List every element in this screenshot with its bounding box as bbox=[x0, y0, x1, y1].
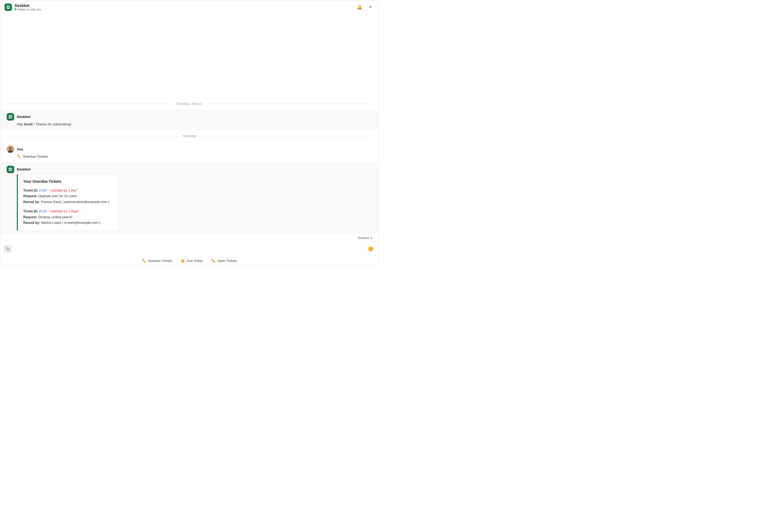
due-today-label: Due Today bbox=[187, 259, 202, 263]
actions-bar: Actions ∨ bbox=[0, 234, 378, 242]
deskbot-sender-line-2: Deskbot bbox=[7, 166, 372, 173]
message-row-deskbot-1: Deskbot Hey Scott ! Thanks for subscribi… bbox=[0, 110, 378, 130]
svg-rect-5 bbox=[11, 116, 12, 118]
deskbot-sender-name-2: Deskbot bbox=[17, 167, 30, 171]
date-text-2: Yesterday bbox=[182, 134, 197, 138]
sender-line: Deskbot bbox=[7, 113, 372, 121]
date-text-1: Thursday, June 13 bbox=[176, 102, 202, 106]
user-sender-line: You bbox=[7, 145, 372, 153]
svg-rect-4 bbox=[9, 116, 10, 118]
quick-action-due-today[interactable]: 🔥 Due Today bbox=[180, 259, 202, 263]
chat-area: Thursday, June 13 Deskbot Hey Scott ! Th… bbox=[0, 14, 378, 234]
date-separator-2: Yesterday bbox=[0, 130, 378, 142]
attach-button[interactable]: 📎 bbox=[4, 245, 12, 253]
ticket-id-line-2: Ticket ID: #120 - "overdue by 2 days" bbox=[23, 209, 113, 214]
svg-rect-0 bbox=[7, 6, 10, 9]
chat-header: Deskbot Happy to help you 🔔 ✕ bbox=[0, 0, 378, 14]
message-row-deskbot-2: Deskbot Your Overdue Tickets Ticket ID: … bbox=[0, 163, 378, 234]
message-input[interactable] bbox=[12, 245, 367, 252]
svg-rect-9 bbox=[9, 168, 12, 171]
overdue-text-2: - "overdue by 2 days" bbox=[46, 209, 79, 213]
quick-action-open-tickets[interactable]: ✏️ Open Tickets bbox=[211, 259, 237, 263]
raised-label-1: Raised by: bbox=[23, 200, 41, 204]
user-message-content: ✏️ Overdue Tickets bbox=[17, 154, 372, 159]
raised-line-1: Raised by: Patricia Davis ( patricia.dav… bbox=[23, 199, 113, 205]
message-text-1: Hey Scott ! Thanks for subscribing! bbox=[17, 122, 372, 127]
deskbot-card-content: Your Overdue Tickets Ticket ID: #130 - "… bbox=[17, 174, 372, 231]
open-tickets-label: Open Tickets bbox=[217, 259, 237, 263]
request-text-2: : Desktop unified search bbox=[36, 215, 72, 219]
overdue-text-1: - "overdue by 1 day" bbox=[46, 189, 77, 192]
notification-icon: 🔔 bbox=[357, 5, 362, 10]
close-button[interactable]: ✕ bbox=[367, 4, 374, 11]
request-text-1: : Upgrade plan for 10 users bbox=[36, 194, 76, 198]
command-text: Overdue Tickets bbox=[23, 154, 48, 159]
user-avatar bbox=[7, 145, 14, 153]
separator-line-left-2 bbox=[7, 136, 179, 136]
svg-rect-1 bbox=[7, 7, 8, 8]
ticket-id-label-1: Ticket ID: bbox=[23, 189, 39, 192]
paperclip-icon: 📎 bbox=[5, 246, 11, 251]
emoji-button[interactable]: 🙂 bbox=[367, 245, 375, 253]
ticket-id-link-1[interactable]: #130 bbox=[39, 189, 47, 192]
header-info: Deskbot Happy to help you bbox=[15, 4, 41, 11]
status-text: Happy to help you bbox=[17, 8, 41, 11]
deskbot-sender-name-1: Deskbot bbox=[17, 115, 30, 119]
close-icon: ✕ bbox=[369, 5, 372, 10]
empty-space bbox=[0, 14, 378, 98]
svg-rect-10 bbox=[9, 169, 10, 170]
svg-rect-2 bbox=[9, 6, 9, 8]
quick-action-overdue-tickets[interactable]: ✏️ Overdue Tickets bbox=[142, 259, 172, 263]
separator-line-right-2 bbox=[199, 136, 372, 136]
user-sender-name: You bbox=[17, 147, 23, 151]
svg-rect-3 bbox=[9, 115, 12, 118]
message-row-user: You ✏️ Overdue Tickets bbox=[0, 142, 378, 163]
raised-line-2: Raised by: Martha Lewis ( m.lewis@exampl… bbox=[23, 221, 113, 225]
overdue-card: Your Overdue Tickets Ticket ID: #130 - "… bbox=[17, 174, 118, 231]
bot-name: Deskbot bbox=[15, 4, 41, 8]
status-dot-icon bbox=[15, 8, 16, 10]
deskbot-avatar-1 bbox=[7, 113, 14, 121]
header-left: Deskbot Happy to help you bbox=[5, 4, 41, 11]
ticket-command: ✏️ Overdue Tickets bbox=[17, 154, 372, 159]
open-tickets-icon: ✏️ bbox=[211, 259, 216, 263]
request-line-1: Request: Upgrade plan for 10 users bbox=[23, 194, 113, 199]
header-actions: 🔔 ✕ bbox=[356, 4, 374, 11]
deskbot-logo-icon bbox=[5, 4, 12, 11]
chevron-down-icon: ∨ bbox=[370, 236, 373, 240]
separator-line-right bbox=[205, 103, 372, 104]
emoji-icon: 🙂 bbox=[368, 246, 374, 252]
header-status: Happy to help you bbox=[15, 8, 41, 11]
due-today-icon: 🔥 bbox=[180, 259, 185, 263]
actions-button[interactable]: Actions ∨ bbox=[358, 236, 373, 240]
input-area: 📎 🙂 bbox=[0, 242, 378, 256]
deskbot-avatar-2 bbox=[7, 166, 14, 173]
ticket-entry-2: Ticket ID: #120 - "overdue by 2 days" Re… bbox=[23, 209, 113, 225]
user-name: Scott bbox=[24, 122, 33, 126]
pencil-icon: ✏️ bbox=[17, 154, 21, 159]
request-label-1: Request bbox=[23, 194, 36, 198]
overdue-label: Overdue Tickets bbox=[148, 259, 172, 263]
request-line-2: Request: Desktop unified search bbox=[23, 215, 113, 220]
svg-rect-11 bbox=[11, 168, 12, 170]
raised-label-2: Raised by: bbox=[23, 221, 41, 225]
request-label-2: Request bbox=[23, 215, 36, 219]
ticket-id-line-1: Ticket ID: #130 - "overdue by 1 day" bbox=[23, 188, 113, 193]
card-title: Your Overdue Tickets bbox=[23, 179, 113, 184]
raised-text-1: Patricia Davis ( patricia.davis@example.… bbox=[41, 200, 109, 204]
ticket-id-label-2: Ticket ID: bbox=[23, 209, 39, 213]
svg-point-7 bbox=[9, 147, 12, 150]
quick-actions-bar: ✏️ Overdue Tickets 🔥 Due Today ✏️ Open T… bbox=[0, 256, 378, 266]
separator-line-left bbox=[7, 103, 173, 104]
overdue-icon: ✏️ bbox=[142, 259, 146, 263]
ticket-entry-1: Ticket ID: #130 - "overdue by 1 day" Req… bbox=[23, 188, 113, 205]
actions-label: Actions bbox=[358, 236, 369, 240]
raised-text-2: Martha Lewis ( m.lewis@example.com ) bbox=[41, 221, 100, 225]
greeting-text: Hey Scott ! Thanks for subscribing! bbox=[17, 122, 71, 126]
ticket-id-link-2[interactable]: #120 bbox=[39, 209, 47, 213]
date-separator-1: Thursday, June 13 bbox=[0, 98, 378, 110]
notification-button[interactable]: 🔔 bbox=[356, 4, 363, 11]
